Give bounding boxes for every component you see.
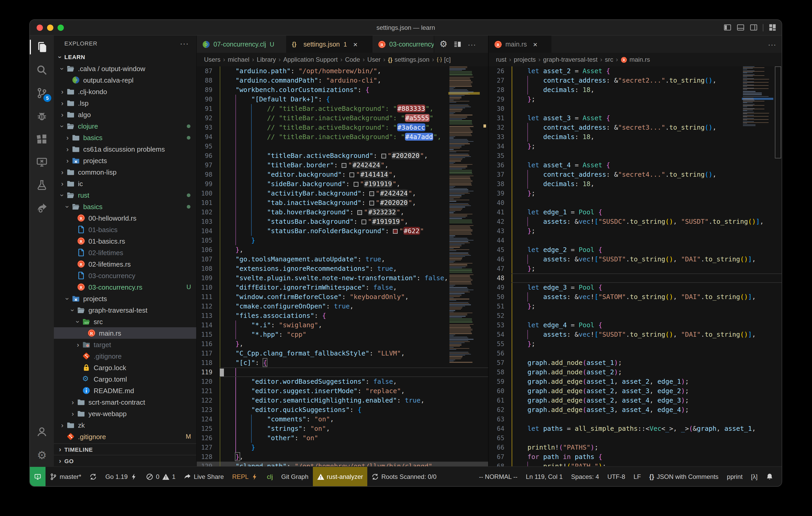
code-line-116[interactable]: 116 }, [197, 339, 488, 349]
color-decorator-box[interactable] [369, 201, 374, 206]
more-actions-icon[interactable]: ··· [468, 39, 476, 49]
code-line-108[interactable]: 108 "extensions.ignoreRecommendations": … [197, 264, 488, 273]
status-item-git-graph[interactable]: Git Graph [277, 467, 313, 486]
breadcrumb-item[interactable]: Library [257, 56, 276, 63]
tree-item-.gitignore[interactable]: .gitignore [54, 350, 196, 362]
code-lines[interactable]: 26 let asset_2 = Asset {27 contract_addr… [489, 66, 782, 466]
code-line-29[interactable]: 29 }; [489, 95, 782, 104]
status-item-pprint[interactable]: pprint [723, 467, 747, 486]
code-line-44[interactable]: 44 [489, 236, 782, 245]
breadcrumb-item[interactable]: projects [514, 56, 536, 63]
breadcrumb-item[interactable]: graph-traversal-test [543, 56, 598, 63]
code-line-127[interactable]: 127 } [197, 443, 488, 452]
code-line-97[interactable]: 97 "titleBar.border": "#242424", [197, 160, 488, 170]
activity-bar-item-explorer[interactable] [30, 35, 54, 59]
status-item-remote-indicator[interactable] [30, 467, 46, 486]
code-line-106[interactable]: 106 }, [197, 245, 488, 254]
tree-item-scrt-smart-contract[interactable]: ›scrt-smart-contract [54, 396, 196, 408]
minimize-window-button[interactable] [47, 24, 53, 31]
code-lines[interactable]: 87 "arduino.path": "/opt/homebrew/bin/",… [197, 66, 488, 466]
code-line-31[interactable]: 31 let asset_3 = Asset { [489, 114, 782, 123]
code-line-53[interactable]: 53 let edge_4 = Pool { [489, 321, 782, 330]
code-line-49[interactable]: 49 let edge_3 = Pool { [489, 283, 782, 292]
code-line-54[interactable]: 54 assets: &vec!["SUSDT".to_string(), "D… [489, 330, 782, 339]
toggle-secondary-sidebar-icon[interactable] [750, 24, 758, 31]
tree-item-clojure[interactable]: ›clojure [54, 120, 196, 132]
code-line-93[interactable]: 93 // "titleBar.activeBackground": "#3a6… [197, 123, 488, 132]
activity-bar-item-accounts[interactable] [30, 420, 54, 443]
minimap[interactable] [742, 66, 774, 466]
activity-bar-item-extensions[interactable] [30, 127, 54, 151]
timeline-section-header[interactable]: › TIMELINE [54, 443, 196, 455]
toggle-primary-sidebar-icon[interactable] [724, 24, 731, 31]
code-line-30[interactable]: 30 [489, 104, 782, 114]
code-line-107[interactable]: 107 "go.toolsManagement.autoUpdate": tru… [197, 254, 488, 264]
code-line-46[interactable]: 46 assets: &vec!["SUSDT".to_string(), "D… [489, 254, 782, 264]
tree-item-.gitignore[interactable]: .gitignoreM [54, 431, 196, 442]
status-item-notifications[interactable] [762, 467, 778, 486]
breadcrumb-item[interactable]: User [367, 56, 381, 63]
code-line-60[interactable]: 60 graph.add_edge(asset_2, asset_3, edge… [489, 386, 782, 396]
tree-item-main.rs[interactable]: Rmain.rs [54, 327, 196, 339]
code-line-120[interactable]: 120 "editor.wordBasedSuggestions": false… [197, 377, 488, 386]
tree-item-yew-webapp[interactable]: ›yew-webapp [54, 408, 196, 419]
tree-item-03-concurrency.rs[interactable]: R03-concurrency.rsU [54, 281, 196, 293]
zoom-window-button[interactable] [58, 24, 64, 31]
tree-item-basics[interactable]: ›basics [54, 201, 196, 212]
status-item-repl[interactable]: REPL [228, 467, 263, 486]
breadcrumb-item[interactable]: [c] [444, 56, 451, 63]
settings-gear-icon[interactable]: ⚙ [439, 39, 447, 49]
tree-item-02-lifetimes.rs[interactable]: R02-lifetimes.rs [54, 258, 196, 270]
tree-item-01-basics[interactable]: 01-basics [54, 224, 196, 235]
scrollbar[interactable] [481, 66, 488, 466]
scrollbar-slider[interactable] [775, 66, 781, 158]
scrollbar[interactable] [774, 66, 782, 466]
status-item-vim-mode[interactable]: -- NORMAL -- [475, 467, 522, 486]
status-item-clj[interactable]: clj [263, 467, 277, 486]
breadcrumb-item[interactable]: michael [228, 56, 250, 63]
code-line-96[interactable]: 96 "titleBar.activeBackground": "#202020… [197, 151, 488, 160]
close-window-button[interactable] [37, 24, 43, 31]
tree-item-projects[interactable]: ›projects [54, 293, 196, 304]
color-decorator-box[interactable] [361, 219, 366, 224]
code-line-129[interactable]: 129 "clangd.path": "/opt/homebrew/opt/ll… [197, 462, 488, 466]
code-line-66[interactable]: 66 println!("PATHS"); [489, 443, 782, 452]
code-line-26[interactable]: 26 let asset_2 = Asset { [489, 66, 782, 76]
breadcrumb-item[interactable]: main.rs [630, 56, 650, 63]
tree-item-cargo.lock[interactable]: Cargo.lock [54, 362, 196, 373]
code-line-27[interactable]: 27 contract_address: &"secret2...".to_st… [489, 76, 782, 85]
code-line-59[interactable]: 59 graph.add_edge(asset_1, asset_2, edge… [489, 377, 782, 386]
code-line-55[interactable]: 55 }; [489, 339, 782, 349]
code-line-113[interactable]: 113 "files.associations": { [197, 311, 488, 321]
code-line-102[interactable]: 102 "tab.hoverBackground": "#323232", [197, 208, 488, 217]
status-item-git-branch[interactable]: master* [46, 467, 86, 486]
close-tab-icon[interactable]: × [531, 40, 540, 48]
code-line-51[interactable]: 51 }; [489, 302, 782, 311]
tab-settings.json[interactable]: {}settings.json1× [287, 35, 373, 53]
tree-item-graph-traversal-test[interactable]: ›graph-traversal-test [54, 304, 196, 316]
split-editor-icon[interactable] [454, 40, 462, 48]
color-decorator-box[interactable] [369, 191, 374, 196]
minimap[interactable] [448, 66, 481, 466]
code-line-33[interactable]: 33 decimals: 18, [489, 132, 782, 142]
code-line-99[interactable]: 99 "sideBar.background": "#191919", [197, 179, 488, 189]
code-line-40[interactable]: 40 [489, 198, 782, 208]
editor-settings-json[interactable]: 87 "arduino.path": "/opt/homebrew/bin/",… [197, 66, 488, 466]
code-line-109[interactable]: 109 "svelte.plugin.svelte.note-new-trans… [197, 273, 488, 283]
go-section-header[interactable]: › GO [54, 455, 196, 466]
breadcrumb-left[interactable]: Users›michael›Library›Application Suppor… [197, 53, 488, 66]
code-line-98[interactable]: 98 "editor.background": "#141414", [197, 170, 488, 179]
color-decorator-box[interactable] [357, 210, 362, 215]
code-line-123[interactable]: 123 "editor.quickSuggestions": { [197, 405, 488, 415]
status-item-eol[interactable]: LF [630, 467, 645, 486]
activity-bar-item-manage[interactable]: ⚙ [30, 443, 54, 466]
code-line-94[interactable]: 94 // "titleBar.inactiveBackground": "#4… [197, 132, 488, 142]
customize-layout-icon[interactable] [768, 24, 776, 31]
breadcrumb-item[interactable]: Code [345, 56, 360, 63]
code-line-92[interactable]: 92 // "titleBar.inactiveBackground": "#a… [197, 114, 488, 123]
code-line-91[interactable]: 91 // "titleBar.activeBackground": "#883… [197, 104, 488, 114]
code-line-90[interactable]: 90 "[Default Dark+]": { [197, 95, 488, 104]
code-line-57[interactable]: 57 graph.add_node(asset_1); [489, 358, 782, 367]
tree-item-algo[interactable]: ›algo [54, 109, 196, 120]
tree-item-02-lifetimes[interactable]: 02-lifetimes [54, 247, 196, 258]
